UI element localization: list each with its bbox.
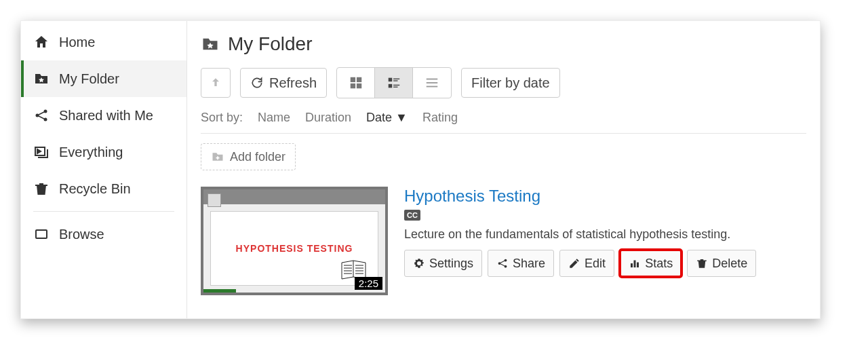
settings-button[interactable]: Settings xyxy=(404,250,482,277)
view-grid[interactable] xyxy=(337,68,375,98)
gear-icon xyxy=(413,257,425,269)
sidebar: Home My Folder Shared with Me Everything… xyxy=(21,21,187,318)
add-folder-button[interactable]: Add folder xyxy=(201,143,296,170)
sidebar-item-myfolder[interactable]: My Folder xyxy=(21,60,186,97)
svg-point-19 xyxy=(505,259,507,262)
svg-rect-8 xyxy=(356,83,361,88)
sort-duration[interactable]: Duration xyxy=(305,111,351,125)
stats-label: Stats xyxy=(645,257,673,271)
svg-rect-5 xyxy=(350,77,355,82)
edit-label: Edit xyxy=(585,257,606,271)
sidebar-item-label: Everything xyxy=(59,145,123,160)
svg-rect-6 xyxy=(356,77,361,82)
up-button[interactable] xyxy=(201,68,231,98)
folder-star-icon xyxy=(201,35,220,54)
svg-rect-9 xyxy=(388,78,392,82)
svg-rect-4 xyxy=(36,230,47,238)
svg-point-2 xyxy=(44,118,47,121)
browse-icon xyxy=(33,226,50,242)
item-actions: Settings Share Edit xyxy=(404,250,806,277)
sort-name[interactable]: Name xyxy=(258,111,290,125)
everything-icon xyxy=(33,144,50,160)
trash-icon xyxy=(696,257,708,269)
refresh-icon xyxy=(250,76,264,90)
home-icon xyxy=(33,34,50,50)
item-thumbnail[interactable]: HYPOTHESIS TESTING 2:25 xyxy=(201,187,388,295)
sidebar-item-label: Home xyxy=(59,35,95,50)
share-label: Share xyxy=(513,257,545,271)
sidebar-item-label: Shared with Me xyxy=(59,108,153,124)
item-checkbox[interactable] xyxy=(208,193,221,207)
stats-button[interactable]: Stats xyxy=(620,250,682,277)
view-list-detail[interactable] xyxy=(375,68,413,98)
item-title[interactable]: Hypothesis Testing xyxy=(404,187,806,206)
view-toggle xyxy=(336,67,452,98)
pencil-icon xyxy=(568,257,580,269)
main-content: My Folder Refresh xyxy=(187,21,820,318)
svg-point-20 xyxy=(505,265,507,268)
grid-icon xyxy=(349,75,363,90)
sidebar-item-recyclebin[interactable]: Recycle Bin xyxy=(21,170,186,207)
svg-rect-13 xyxy=(393,85,399,86)
item-body: Hypothesis Testing CC Lecture on the fun… xyxy=(404,187,806,295)
sidebar-item-label: My Folder xyxy=(59,71,119,87)
folder-star-icon xyxy=(33,71,50,87)
share-icon xyxy=(496,257,509,269)
svg-rect-21 xyxy=(631,263,633,267)
filter-date-button[interactable]: Filter by date xyxy=(461,68,560,98)
refresh-label: Refresh xyxy=(269,75,317,91)
duration-badge: 2:25 xyxy=(355,277,382,290)
share-icon xyxy=(33,107,50,124)
refresh-button[interactable]: Refresh xyxy=(240,68,327,98)
toolbar: Refresh xyxy=(201,67,806,98)
cc-badge: CC xyxy=(404,210,420,221)
sort-label: Sort by: xyxy=(201,111,243,125)
sidebar-item-label: Browse xyxy=(59,227,104,242)
add-folder-icon xyxy=(211,150,224,164)
delete-label: Delete xyxy=(712,257,747,271)
thumb-text: HYPOTHESIS TESTING xyxy=(236,243,353,254)
item-description: Lecture on the fundamentals of statistic… xyxy=(404,227,806,242)
content-item: HYPOTHESIS TESTING 2:25 Hypothesis Testi… xyxy=(201,187,806,295)
trash-icon xyxy=(33,181,50,197)
filter-date-label: Filter by date xyxy=(471,75,550,91)
view-list[interactable] xyxy=(413,68,451,98)
svg-rect-23 xyxy=(637,263,639,268)
page-title: My Folder xyxy=(201,33,806,55)
sort-rating[interactable]: Rating xyxy=(422,111,458,125)
sidebar-item-everything[interactable]: Everything xyxy=(21,134,186,170)
svg-rect-15 xyxy=(427,79,438,80)
add-folder-label: Add folder xyxy=(230,150,285,164)
delete-button[interactable]: Delete xyxy=(687,250,756,277)
sidebar-item-home[interactable]: Home xyxy=(21,24,186,60)
svg-point-0 xyxy=(36,114,39,117)
svg-rect-11 xyxy=(393,80,397,81)
sidebar-item-shared[interactable]: Shared with Me xyxy=(21,97,186,134)
sidebar-item-label: Recycle Bin xyxy=(59,181,131,197)
svg-rect-22 xyxy=(634,261,636,268)
settings-label: Settings xyxy=(429,257,473,271)
svg-rect-17 xyxy=(427,86,438,88)
svg-point-1 xyxy=(44,110,47,113)
sort-row: Sort by: Name Duration Date ▼ Rating xyxy=(201,107,806,134)
bar-chart-icon xyxy=(629,257,641,269)
edit-button[interactable]: Edit xyxy=(559,250,614,277)
sidebar-divider xyxy=(33,211,174,212)
list-icon xyxy=(425,75,439,90)
share-button[interactable]: Share xyxy=(488,250,554,277)
svg-point-18 xyxy=(498,262,501,265)
svg-rect-7 xyxy=(350,83,355,88)
sort-date[interactable]: Date ▼ xyxy=(366,111,408,125)
app-window: Home My Folder Shared with Me Everything… xyxy=(20,20,821,319)
svg-rect-16 xyxy=(427,82,438,83)
svg-rect-14 xyxy=(393,87,397,88)
sidebar-item-browse[interactable]: Browse xyxy=(21,216,186,252)
arrow-up-icon xyxy=(209,76,222,90)
page-title-text: My Folder xyxy=(228,33,312,55)
svg-rect-12 xyxy=(388,84,392,88)
svg-rect-10 xyxy=(393,79,399,79)
list-detail-icon xyxy=(387,75,401,90)
progress-bar xyxy=(203,289,236,293)
